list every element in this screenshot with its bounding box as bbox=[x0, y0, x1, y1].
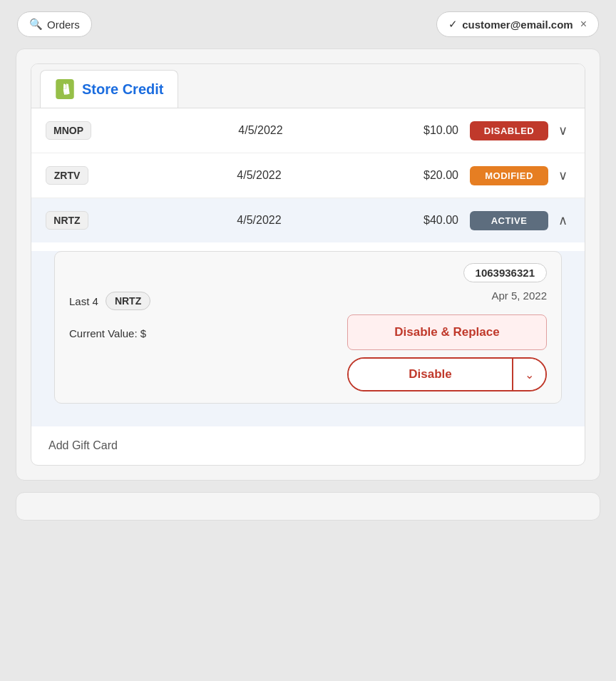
gift-card-row-zrtv: ZRTV 4/5/2022 $20.00 MODIFIED ∨ bbox=[31, 153, 585, 198]
search-icon: 🔍 bbox=[29, 18, 43, 31]
chevron-icon: ✓ bbox=[448, 18, 458, 31]
date-mnop: 4/5/2022 bbox=[106, 124, 416, 137]
disable-split-button: Disable ⌄ bbox=[347, 357, 547, 391]
main-container: Store Credit MNOP 4/5/2022 $10.00 DISABL… bbox=[16, 48, 600, 481]
last4-row: Last 4 NRTZ bbox=[69, 292, 150, 310]
disable-button[interactable]: Disable bbox=[349, 359, 512, 390]
collapse-nrtz-button[interactable]: ∧ bbox=[555, 210, 570, 231]
amount-zrtv: $20.00 bbox=[416, 169, 458, 182]
expanded-panel-nrtz: Last 4 NRTZ Current Value: $ 1063936321 … bbox=[54, 251, 562, 404]
shopify-icon bbox=[55, 79, 75, 99]
expand-zrtv-button[interactable]: ∨ bbox=[555, 165, 570, 186]
tab-label: Store Credit bbox=[82, 81, 163, 98]
expanded-panel-container: Last 4 NRTZ Current Value: $ 1063936321 … bbox=[31, 251, 585, 426]
amount-mnop: $10.00 bbox=[416, 124, 458, 137]
close-icon[interactable]: × bbox=[580, 18, 587, 31]
disable-replace-button[interactable]: Disable & Replace bbox=[347, 314, 547, 350]
chevron-down-icon: ⌄ bbox=[525, 368, 534, 382]
code-badge-zrtv: ZRTV bbox=[46, 166, 88, 185]
code-badge-nrtz: NRTZ bbox=[46, 211, 88, 230]
status-badge-nrtz: ACTIVE bbox=[470, 211, 548, 230]
orders-button[interactable]: 🔍 Orders bbox=[17, 11, 92, 37]
status-badge-zrtv: MODIFIED bbox=[470, 166, 548, 185]
gift-card-row-nrtz: NRTZ 4/5/2022 $40.00 ACTIVE ∧ bbox=[31, 198, 585, 242]
disable-dropdown-button[interactable]: ⌄ bbox=[512, 359, 545, 390]
code-badge-mnop: MNOP bbox=[46, 121, 91, 140]
action-buttons: Disable & Replace Disable ⌄ bbox=[347, 314, 547, 391]
store-credit-tab[interactable]: Store Credit bbox=[40, 70, 178, 108]
transaction-date: Apr 5, 2022 bbox=[491, 290, 547, 302]
transaction-id: 1063936321 bbox=[463, 263, 547, 282]
customer-pill[interactable]: ✓ customer@email.com × bbox=[436, 11, 599, 37]
status-badge-mnop: DISABLED bbox=[470, 121, 548, 140]
customer-email: customer@email.com bbox=[462, 19, 573, 31]
add-gift-card-label: Add Gift Card bbox=[48, 439, 118, 451]
store-credit-card: Store Credit MNOP 4/5/2022 $10.00 DISABL… bbox=[31, 63, 585, 466]
date-zrtv: 4/5/2022 bbox=[103, 169, 416, 182]
tab-header: Store Credit bbox=[31, 64, 585, 108]
orders-label: Orders bbox=[47, 19, 80, 31]
current-value-row: Current Value: $ bbox=[69, 327, 150, 340]
top-bar: 🔍 Orders ✓ customer@email.com × bbox=[0, 0, 616, 48]
add-gift-card-row[interactable]: Add Gift Card bbox=[31, 426, 585, 465]
date-nrtz: 4/5/2022 bbox=[103, 214, 416, 227]
expand-mnop-button[interactable]: ∨ bbox=[555, 120, 570, 141]
gift-card-row-mnop: MNOP 4/5/2022 $10.00 DISABLED ∨ bbox=[31, 108, 585, 153]
bottom-container bbox=[16, 492, 600, 521]
amount-nrtz: $40.00 bbox=[416, 214, 458, 227]
last4-code: NRTZ bbox=[106, 292, 150, 310]
last4-label: Last 4 bbox=[69, 295, 98, 307]
current-value-label: Current Value: $ bbox=[69, 327, 146, 339]
